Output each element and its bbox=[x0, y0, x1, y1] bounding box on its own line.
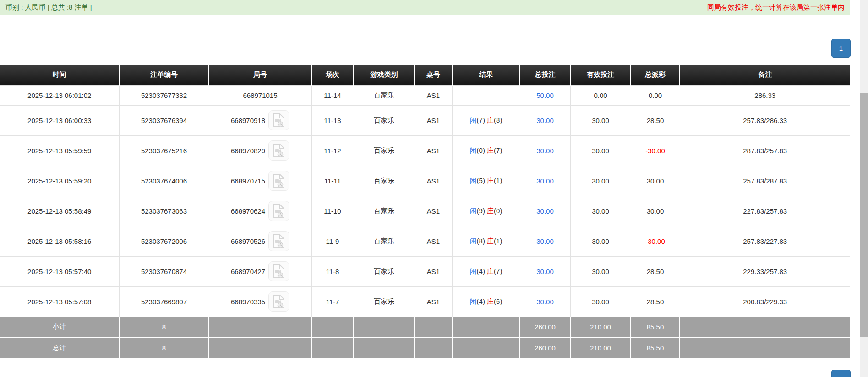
cell-time: 2025-12-13 05:59:20 bbox=[0, 166, 119, 196]
bets-table: 时间 注单编号 局号 场次 游戏类别 桌号 结果 总投注 有效投注 总派彩 备注… bbox=[0, 65, 850, 358]
total-bet-link[interactable]: 30.00 bbox=[536, 117, 554, 124]
round-number: 668971015 bbox=[243, 92, 277, 99]
result-player-score: (4) bbox=[477, 297, 487, 305]
cell-result: 闲(0) 庄(7) bbox=[452, 135, 520, 166]
video-replay-button[interactable] bbox=[268, 291, 289, 312]
total-bet-link[interactable]: 30.00 bbox=[536, 268, 554, 275]
result-player-score: (4) bbox=[477, 267, 487, 275]
cell-session: 11-11 bbox=[311, 166, 354, 196]
cell-time: 2025-12-13 05:58:16 bbox=[0, 226, 119, 256]
pagination-page-button-bottom[interactable]: 1 bbox=[831, 370, 851, 377]
grand-total-valid-bet: 210.00 bbox=[570, 337, 631, 358]
video-icon bbox=[273, 113, 285, 128]
column-header-table-no: 桌号 bbox=[415, 65, 452, 85]
result-player-label: 闲 bbox=[470, 177, 477, 184]
cell-session: 11-8 bbox=[311, 256, 354, 286]
cell-time: 2025-12-13 05:59:59 bbox=[0, 135, 119, 166]
cell-total-bet: 30.00 bbox=[520, 105, 570, 135]
scrollbar-thumb[interactable] bbox=[860, 93, 868, 337]
cell-total-bet: 30.00 bbox=[520, 196, 570, 226]
cell-bet-id: 523037669807 bbox=[119, 286, 209, 317]
cell-round: 668970526 bbox=[209, 226, 311, 256]
cell-result: 闲(7) 庄(8) bbox=[452, 105, 520, 135]
cell-total-bet: 30.00 bbox=[520, 135, 570, 166]
video-replay-button[interactable] bbox=[268, 261, 289, 281]
pagination-page-button-top[interactable]: 1 bbox=[831, 39, 851, 58]
cell-valid-bet: 30.00 bbox=[570, 196, 631, 226]
cell-total-bet: 50.00 bbox=[520, 85, 570, 105]
video-icon bbox=[273, 173, 285, 188]
cell-remark: 257.83/287.83 bbox=[680, 166, 850, 196]
bet-row: 2025-12-13 06:01:02523037677332668971015… bbox=[0, 85, 850, 105]
cell-game-type: 百家乐 bbox=[354, 196, 415, 226]
cell-valid-bet: 0.00 bbox=[570, 85, 631, 105]
cell-result: 闲(8) 庄(1) bbox=[452, 226, 520, 256]
cell-valid-bet: 30.00 bbox=[570, 286, 631, 317]
cell-result bbox=[452, 85, 520, 105]
cell-payout: 0.00 bbox=[631, 85, 680, 105]
column-header-bet-id: 注单编号 bbox=[119, 65, 209, 85]
video-replay-button[interactable] bbox=[268, 231, 289, 251]
cell-table-no: AS1 bbox=[415, 105, 452, 135]
round-number: 668970829 bbox=[231, 147, 265, 155]
total-bet-link[interactable]: 30.00 bbox=[536, 147, 554, 155]
result-player-score: (5) bbox=[477, 177, 487, 184]
video-replay-button[interactable] bbox=[268, 110, 289, 130]
bet-row: 2025-12-13 05:57:08523037669807668970335… bbox=[0, 286, 850, 317]
result-player-label: 闲 bbox=[470, 146, 477, 154]
cell-result: 闲(9) 庄(0) bbox=[452, 196, 520, 226]
result-banker-label: 庄 bbox=[487, 177, 494, 184]
result-player-score: (7) bbox=[477, 116, 487, 124]
round-number: 668970918 bbox=[231, 117, 265, 124]
cell-game-type: 百家乐 bbox=[354, 105, 415, 135]
video-replay-button[interactable] bbox=[268, 201, 289, 221]
cell-time: 2025-12-13 05:57:40 bbox=[0, 256, 119, 286]
table-header-row: 时间 注单编号 局号 场次 游戏类别 桌号 结果 总投注 有效投注 总派彩 备注 bbox=[0, 65, 850, 85]
total-bet-link[interactable]: 50.00 bbox=[536, 92, 554, 99]
subtotal-label: 小计 bbox=[0, 317, 119, 337]
result-banker-label: 庄 bbox=[487, 297, 494, 305]
result-player-label: 闲 bbox=[470, 267, 477, 275]
column-header-payout: 总派彩 bbox=[631, 65, 680, 85]
video-icon bbox=[273, 234, 285, 248]
cell-payout: 28.50 bbox=[631, 105, 680, 135]
round-number: 668970526 bbox=[231, 237, 265, 245]
result-banker-score: (0) bbox=[494, 207, 502, 215]
cell-round: 668970335 bbox=[209, 286, 311, 317]
grand-total-row: 总计 8 260.00 210.00 85.50 bbox=[0, 337, 850, 358]
total-bet-link[interactable]: 30.00 bbox=[536, 298, 554, 306]
cell-bet-id: 523037675216 bbox=[119, 135, 209, 166]
cell-time: 2025-12-13 06:00:33 bbox=[0, 105, 119, 135]
total-bet-link[interactable]: 30.00 bbox=[536, 207, 554, 215]
result-banker-score: (1) bbox=[494, 177, 502, 184]
cell-game-type: 百家乐 bbox=[354, 226, 415, 256]
cell-session: 11-7 bbox=[311, 286, 354, 317]
cell-result: 闲(5) 庄(1) bbox=[452, 166, 520, 196]
cell-session: 11-10 bbox=[311, 196, 354, 226]
result-player-score: (8) bbox=[477, 237, 487, 245]
cell-valid-bet: 30.00 bbox=[570, 105, 631, 135]
total-bet-link[interactable]: 30.00 bbox=[536, 237, 554, 245]
cell-valid-bet: 30.00 bbox=[570, 256, 631, 286]
result-banker-score: (7) bbox=[494, 146, 502, 154]
cell-table-no: AS1 bbox=[415, 226, 452, 256]
column-header-valid-bet: 有效投注 bbox=[570, 65, 631, 85]
cell-remark: 257.83/286.33 bbox=[680, 105, 850, 135]
video-replay-button[interactable] bbox=[268, 171, 289, 191]
scrollbar-track[interactable] bbox=[860, 0, 868, 377]
cell-total-bet: 30.00 bbox=[520, 226, 570, 256]
total-bet-link[interactable]: 30.00 bbox=[536, 177, 554, 185]
cell-result: 闲(4) 庄(6) bbox=[452, 286, 520, 317]
cell-bet-id: 523037673063 bbox=[119, 196, 209, 226]
video-replay-button[interactable] bbox=[268, 140, 289, 161]
cell-table-no: AS1 bbox=[415, 166, 452, 196]
cell-session: 11-12 bbox=[311, 135, 354, 166]
cell-game-type: 百家乐 bbox=[354, 85, 415, 105]
cell-bet-id: 523037676394 bbox=[119, 105, 209, 135]
grand-total-payout: 85.50 bbox=[631, 337, 680, 358]
cell-session: 11-9 bbox=[311, 226, 354, 256]
result-banker-score: (7) bbox=[494, 267, 502, 275]
cell-remark: 286.33 bbox=[680, 85, 850, 105]
result-banker-score: (1) bbox=[494, 237, 502, 245]
cell-result: 闲(4) 庄(7) bbox=[452, 256, 520, 286]
